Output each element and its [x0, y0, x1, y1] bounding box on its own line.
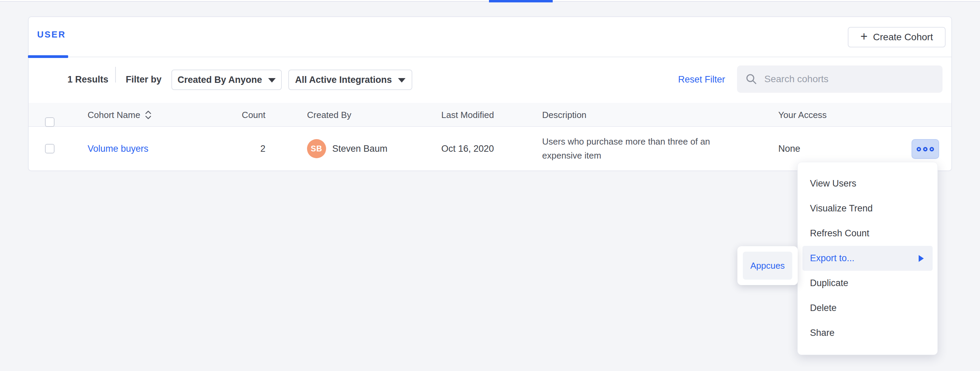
header-cohort-name[interactable]: Cohort Name	[88, 103, 152, 127]
cohort-name-link[interactable]: Volume buyers	[88, 143, 149, 154]
select-all-checkbox[interactable]	[45, 117, 54, 127]
submenu-arrow-icon	[919, 255, 924, 262]
filter-row: 1 Results Filter by Created By Anyone Al…	[29, 57, 951, 103]
active-nav-tab-indicator	[489, 0, 553, 2]
description-cell: Users who purchase more than three of an…	[542, 127, 738, 170]
sort-icon	[145, 110, 152, 120]
chevron-down-icon	[398, 78, 406, 83]
divider	[115, 67, 116, 83]
row-checkbox-cell	[45, 127, 54, 170]
search-icon	[745, 73, 757, 85]
row-actions-button[interactable]	[912, 139, 939, 159]
submenu-item-appcues[interactable]: Appcues	[743, 252, 792, 280]
last-modified-cell: Oct 16, 2020	[441, 127, 494, 170]
table-header: Cohort Name Count Created By Last Modifi…	[29, 103, 951, 127]
filter-by-label: Filter by	[126, 74, 162, 85]
create-cohort-button[interactable]: + Create Cohort	[848, 27, 946, 48]
created-by-dropdown-value: Created By Anyone	[178, 75, 262, 85]
header-count[interactable]: Count	[197, 103, 266, 127]
menu-item-duplicate[interactable]: Duplicate	[798, 271, 937, 296]
created-by-cell: SB Steven Baum	[307, 127, 387, 170]
header-your-access[interactable]: Your Access	[778, 103, 827, 127]
header-created-by[interactable]: Created By	[307, 103, 351, 127]
ellipsis-icon	[916, 147, 921, 151]
tab-user[interactable]: USER	[37, 29, 66, 40]
results-count: 1 Results	[67, 74, 108, 85]
menu-item-share[interactable]: Share	[798, 320, 937, 346]
menu-item-delete[interactable]: Delete	[798, 296, 937, 320]
cohort-name-cell: Volume buyers	[88, 127, 149, 170]
avatar: SB	[307, 139, 326, 158]
plus-icon: +	[861, 30, 867, 43]
description-text: Users who purchase more than three of an…	[542, 135, 738, 162]
export-submenu: Appcues	[737, 246, 798, 285]
header-last-modified[interactable]: Last Modified	[441, 103, 494, 127]
integrations-dropdown[interactable]: All Active Integrations	[288, 70, 412, 90]
chevron-down-icon	[268, 78, 276, 83]
search-cohorts-input[interactable]	[764, 74, 934, 84]
count-cell: 2	[197, 127, 266, 170]
search-cohorts-box[interactable]	[737, 65, 942, 93]
menu-item-refresh-count[interactable]: Refresh Count	[798, 221, 937, 246]
menu-item-export-to-label: Export to...	[810, 253, 854, 264]
integrations-dropdown-value: All Active Integrations	[295, 75, 392, 85]
menu-item-export-to[interactable]: Export to...	[802, 246, 932, 271]
context-menu: View Users Visualize Trend Refresh Count…	[797, 162, 938, 355]
panel-tabs-section: USER + Create Cohort	[29, 17, 951, 57]
header-cohort-name-label: Cohort Name	[88, 110, 140, 120]
reset-filter-link[interactable]: Reset Filter	[678, 74, 725, 85]
header-description[interactable]: Description	[542, 103, 586, 127]
your-access-cell: None	[778, 127, 800, 170]
created-by-dropdown[interactable]: Created By Anyone	[172, 70, 282, 90]
row-checkbox[interactable]	[45, 144, 54, 153]
menu-item-view-users[interactable]: View Users	[798, 171, 937, 196]
menu-item-visualize-trend[interactable]: Visualize Trend	[798, 196, 937, 221]
creator-name: Steven Baum	[332, 143, 387, 154]
create-cohort-label: Create Cohort	[873, 32, 933, 43]
cohorts-panel: USER + Create Cohort 1 Results Filter by…	[28, 16, 952, 171]
